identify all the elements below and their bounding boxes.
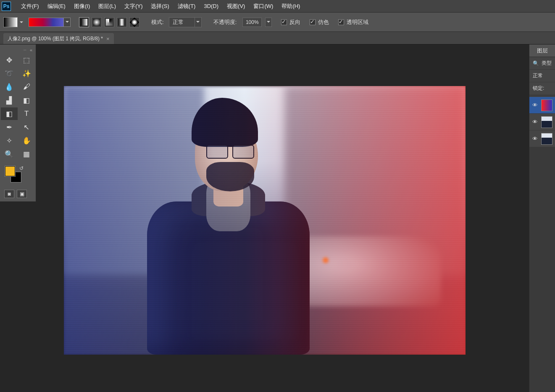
hand-tool[interactable]: ✋ <box>18 134 35 147</box>
canvas-stage[interactable] <box>0 44 529 392</box>
dither-label: 仿色 <box>318 18 329 26</box>
menu-view[interactable]: 视图(V) <box>223 0 249 13</box>
reverse-checkbox[interactable]: 反向 <box>281 18 300 26</box>
options-bar: 模式: 正常 不透明度: 反向 仿色 透明区域 <box>0 13 555 32</box>
dither-checkbox[interactable]: 仿色 <box>310 18 329 26</box>
path-select-tool[interactable]: ↖ <box>18 121 35 133</box>
eyedropper-tool[interactable]: 💧 <box>1 81 18 93</box>
marquee-tool[interactable]: ⬚ <box>18 54 35 66</box>
layer-thumbnail[interactable] <box>541 116 552 128</box>
menu-bar: Ps 文件(F) 编辑(E) 图像(I) 图层(L) 文字(Y) 选择(S) 滤… <box>0 0 555 13</box>
layers-blend-row[interactable]: 正常 <box>529 70 555 82</box>
layer-row[interactable]: 👁 <box>529 97 555 114</box>
screenmode-button[interactable]: ▣ <box>17 190 27 198</box>
workspace: 图层 🔍 类型 正常 锁定: 👁 👁 👁 <box>0 44 555 392</box>
brush-tool[interactable]: 🖌 <box>18 81 35 93</box>
menu-help[interactable]: 帮助(H) <box>277 0 304 13</box>
toolbox-header[interactable]: ┄ « <box>1 46 35 54</box>
pen-tool[interactable]: ✒ <box>1 121 18 133</box>
search-icon: 🔍 <box>533 60 539 66</box>
move-tool[interactable]: ✥ <box>1 54 18 66</box>
shape-tool[interactable]: ✧ <box>1 134 18 147</box>
gradient-diamond-button[interactable] <box>129 17 139 27</box>
visibility-icon[interactable]: 👁 <box>532 119 538 125</box>
opacity-label: 不透明度: <box>213 18 237 26</box>
app-logo: Ps <box>2 2 11 11</box>
opacity-input[interactable] <box>243 19 261 25</box>
stamp-tool[interactable]: ▟ <box>1 94 18 107</box>
chevron-down-icon <box>195 18 201 27</box>
opacity-input-wrap[interactable] <box>242 18 262 27</box>
document-tab-bar: 人像2.png @ 100% (图层 1 拷贝, RGB/8) * × <box>0 32 555 44</box>
gradient-radial-button[interactable] <box>92 17 102 27</box>
menu-type[interactable]: 文字(Y) <box>120 0 147 13</box>
checkbox-icon <box>310 19 316 25</box>
foreground-color[interactable] <box>5 166 15 176</box>
menu-filter[interactable]: 滤镜(T) <box>174 0 200 13</box>
menu-layer[interactable]: 图层(L) <box>94 0 120 13</box>
gradient-linear-button[interactable] <box>79 17 89 27</box>
gradient-type-group <box>79 17 139 27</box>
canvas[interactable] <box>64 86 466 355</box>
layer-row[interactable]: 👁 <box>529 131 555 147</box>
tool-preset-picker[interactable] <box>3 17 18 27</box>
lasso-tool[interactable]: ➰ <box>1 67 18 80</box>
collapse-icon[interactable]: « <box>30 47 32 52</box>
mode-label: 模式: <box>151 18 164 26</box>
menu-edit[interactable]: 编辑(E) <box>43 0 70 13</box>
document-tab[interactable]: 人像2.png @ 100% (图层 1 拷贝, RGB/8) * × <box>3 33 114 44</box>
quickmask-button[interactable]: ◙ <box>4 190 14 198</box>
document-tab-title: 人像2.png @ 100% (图层 1 拷贝, RGB/8) * <box>8 35 103 42</box>
close-icon[interactable]: × <box>106 36 110 42</box>
reverse-label: 反向 <box>289 18 300 26</box>
canvas-image <box>64 86 466 355</box>
transparency-checkbox[interactable]: 透明区域 <box>338 18 368 26</box>
layers-lock-row: 锁定: <box>529 82 555 95</box>
color-swatches: ↺ <box>1 165 35 186</box>
toolbox: ┄ « ✥⬚➰✨💧🖌▟◧◧T✒↖✧✋🔍▦ ↺ ◙ ▣ <box>0 44 36 201</box>
gradient-picker-dropdown[interactable] <box>64 18 71 27</box>
magic-wand-tool[interactable]: ✨ <box>18 67 35 80</box>
gradient-tool[interactable]: ◧ <box>1 107 18 120</box>
layers-panel-tab[interactable]: 图层 <box>529 44 555 57</box>
visibility-icon[interactable]: 👁 <box>532 136 538 142</box>
swap-colors-icon[interactable]: ↺ <box>19 165 24 171</box>
menu-file[interactable]: 文件(F) <box>17 0 43 13</box>
eraser-tool[interactable]: ◧ <box>18 94 35 107</box>
visibility-icon[interactable]: 👁 <box>532 102 538 109</box>
zoom-tool[interactable]: 🔍 <box>1 148 18 160</box>
layers-filter-row[interactable]: 🔍 类型 <box>529 57 555 70</box>
layer-thumbnail[interactable] <box>541 133 552 145</box>
layer-thumbnail[interactable] <box>541 99 552 111</box>
gradient-angle-button[interactable] <box>104 17 114 27</box>
edit-toolbar[interactable]: ▦ <box>18 148 35 160</box>
blend-mode-select[interactable]: 正常 <box>169 17 202 27</box>
menu-select[interactable]: 选择(S) <box>147 0 173 13</box>
gradient-picker[interactable] <box>29 18 64 27</box>
layer-row[interactable]: 👁 <box>529 114 555 131</box>
type-tool[interactable]: T <box>18 107 35 120</box>
gradient-reflected-button[interactable] <box>117 17 127 27</box>
layers-filter-kind: 类型 <box>542 60 552 67</box>
blend-mode-value: 正常 <box>169 18 195 26</box>
opacity-dropdown[interactable] <box>265 18 272 27</box>
checkbox-icon <box>281 19 287 25</box>
drag-handle-icon[interactable]: ┄ <box>24 47 27 53</box>
layers-lock-label: 锁定: <box>533 85 544 92</box>
menu-3d[interactable]: 3D(D) <box>200 0 223 13</box>
layers-blend-mode: 正常 <box>533 72 543 79</box>
layers-panel: 图层 🔍 类型 正常 锁定: 👁 👁 👁 <box>529 44 555 392</box>
checkbox-icon <box>338 19 344 25</box>
menu-image[interactable]: 图像(I) <box>70 0 94 13</box>
menu-window[interactable]: 窗口(W) <box>249 0 277 13</box>
transparency-label: 透明区域 <box>347 18 368 26</box>
